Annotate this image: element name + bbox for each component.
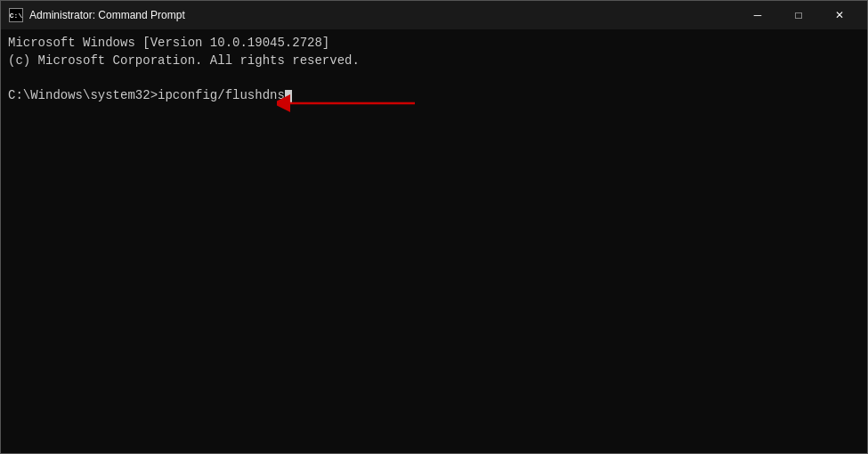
- minimize-button[interactable]: ─: [737, 1, 778, 29]
- maximize-button[interactable]: □: [778, 1, 819, 29]
- version-line: Microsoft Windows [Version 10.0.19045.27…: [8, 35, 860, 53]
- command-text: ipconfig/flushdns: [158, 87, 285, 105]
- window-title: Administrator: Command Prompt: [29, 9, 737, 21]
- title-bar: C:\ Administrator: Command Prompt ─ □ ✕: [1, 1, 867, 29]
- prompt: C:\Windows\system32>: [8, 87, 158, 105]
- blank-line: [8, 69, 860, 87]
- close-button[interactable]: ✕: [819, 1, 860, 29]
- terminal-body[interactable]: Microsoft Windows [Version 10.0.19045.27…: [1, 29, 867, 453]
- cursor: [285, 90, 292, 102]
- copyright-line: (c) Microsoft Corporation. All rights re…: [8, 53, 860, 70]
- command-line: C:\Windows\system32>ipconfig/flushdns: [8, 87, 860, 105]
- cmd-window: C:\ Administrator: Command Prompt ─ □ ✕ …: [0, 0, 868, 454]
- window-controls: ─ □ ✕: [737, 1, 860, 29]
- window-icon: C:\: [8, 7, 24, 23]
